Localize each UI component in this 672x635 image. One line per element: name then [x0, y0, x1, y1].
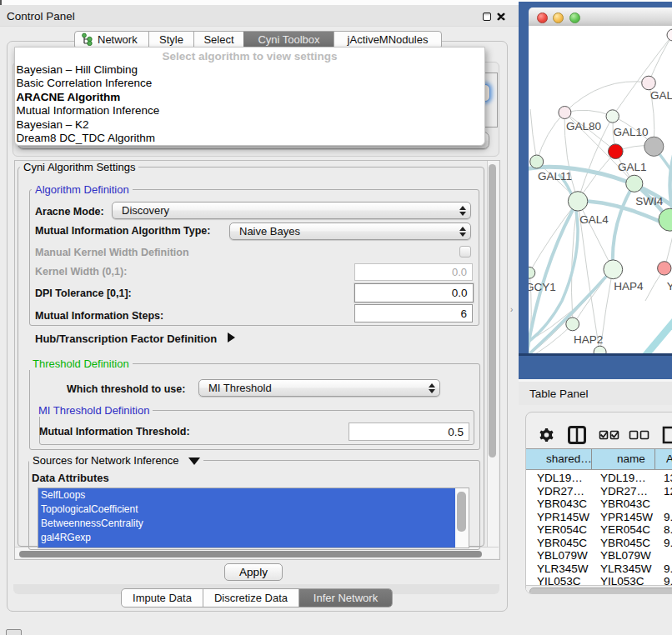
svg-text:Y: Y	[667, 280, 672, 292]
svg-text:GAL1: GAL1	[618, 161, 647, 173]
svg-text:GAL4: GAL4	[579, 213, 609, 226]
svg-text:GCY1: GCY1	[529, 281, 556, 293]
svg-text:GAL80: GAL80	[566, 120, 601, 132]
svg-text:GAL11: GAL11	[538, 170, 572, 182]
svg-text:GAL2: GAL2	[650, 89, 672, 102]
svg-text:HAP4: HAP4	[614, 280, 644, 292]
svg-text:GAL10: GAL10	[614, 126, 649, 138]
svg-text:HAP2: HAP2	[574, 333, 603, 346]
svg-text:SWI4: SWI4	[635, 195, 663, 208]
